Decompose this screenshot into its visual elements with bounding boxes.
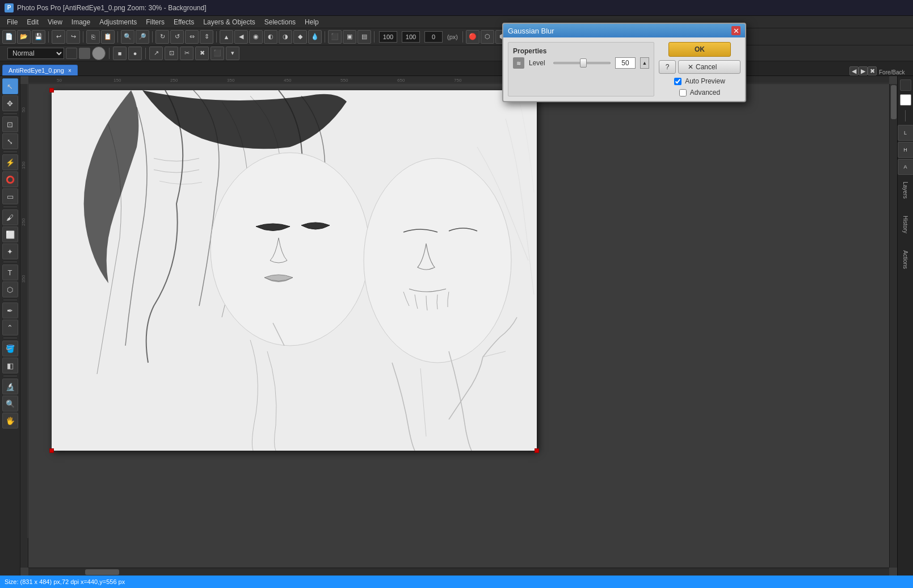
tab-nav-close[interactable]: ✖ (868, 66, 877, 75)
level-value-input[interactable] (615, 57, 636, 69)
cancel-button[interactable]: ✕ Cancel (678, 60, 741, 74)
document-tab[interactable]: AntiRedEye1_0.png × (2, 65, 78, 75)
layers-button[interactable]: L (898, 125, 914, 141)
action-btn4[interactable]: ✖ (195, 47, 209, 60)
tab-close-button[interactable]: × (68, 68, 71, 74)
filter3-button[interactable]: ◉ (249, 30, 263, 44)
redo-button[interactable]: ↪ (66, 30, 80, 44)
zoom-in-button[interactable]: 🔍 (121, 30, 134, 44)
transform-tool[interactable]: ⤡ (2, 133, 18, 149)
layers-label[interactable]: Layers (902, 182, 908, 199)
paste-button[interactable]: 📋 (101, 30, 115, 44)
export1-button[interactable]: ⬛ (328, 30, 342, 44)
rotate-cw-button[interactable]: ↻ (155, 30, 169, 44)
color-pick3[interactable] (92, 47, 106, 60)
menu-effects[interactable]: Effects (169, 17, 199, 27)
size-input[interactable] (402, 31, 420, 43)
rotate-ccw-button[interactable]: ↺ (170, 30, 184, 44)
slider-thumb[interactable] (580, 58, 587, 68)
select-tool[interactable]: ↖ (2, 78, 18, 94)
flip-v-button[interactable]: ⇕ (200, 30, 213, 44)
filter4-button[interactable]: ◐ (264, 30, 277, 44)
foreground-color-swatch[interactable] (900, 79, 911, 91)
dialog-actions-area: OK ? ✕ Cancel Auto Preview Advanced (659, 42, 741, 96)
sep7 (374, 31, 375, 43)
menu-selections[interactable]: Selections (260, 17, 300, 27)
magic-wand-tool[interactable]: ⚡ (2, 154, 18, 170)
new-button[interactable]: 📄 (2, 30, 16, 44)
slider-container[interactable] (553, 58, 611, 68)
ok-button[interactable]: OK (668, 42, 731, 57)
filter5-button[interactable]: ◑ (279, 30, 292, 44)
eraser-tool[interactable]: ⬜ (2, 226, 18, 242)
history-button[interactable]: H (898, 142, 914, 158)
hand-tool[interactable]: 🖐 (2, 413, 18, 429)
menu-file[interactable]: File (2, 17, 22, 27)
open-button[interactable]: 📂 (17, 30, 31, 44)
dialog-close-button[interactable]: ✕ (731, 26, 741, 35)
v-scrollbar[interactable] (889, 84, 897, 568)
help-button[interactable]: ? (659, 60, 676, 74)
menu-filters[interactable]: Filters (141, 17, 169, 27)
dialog-properties-area: Properties ≋ Level ▲ (508, 42, 654, 96)
export2-button[interactable]: ▣ (343, 30, 356, 44)
advanced-label: Advanced (690, 89, 720, 96)
lasso-tool[interactable]: ⭕ (2, 171, 18, 187)
level-arrow-up[interactable]: ▲ (640, 57, 649, 69)
menu-image[interactable]: Image (67, 17, 95, 27)
action-btn2[interactable]: ⊡ (165, 47, 178, 60)
brush-type-square[interactable]: ■ (113, 47, 127, 60)
export3-button[interactable]: ▤ (357, 30, 371, 44)
undo-button[interactable]: ↩ (52, 30, 65, 44)
auto-preview-checkbox[interactable] (674, 78, 681, 85)
zoom-tool[interactable]: 🔍 (2, 396, 18, 411)
save-button[interactable]: 💾 (32, 30, 45, 44)
misc1-button[interactable]: 🔴 (466, 30, 479, 44)
color-pick1[interactable] (66, 48, 77, 59)
shape-tool[interactable]: ⬡ (2, 282, 18, 297)
filter1-button[interactable]: ▲ (220, 30, 233, 44)
brush-type-circle[interactable]: ● (128, 47, 142, 60)
actions-label[interactable]: Actions (902, 250, 908, 269)
gradient-tool[interactable]: ◧ (2, 358, 18, 373)
action-btn5[interactable]: ⬛ (211, 47, 224, 60)
action-btn6[interactable]: ▾ (226, 47, 239, 60)
advanced-checkbox[interactable] (679, 89, 687, 96)
v-scroll-thumb[interactable] (891, 85, 897, 119)
eyedropper-tool[interactable]: 🔬 (2, 379, 18, 394)
clone-tool[interactable]: ✦ (2, 243, 18, 259)
path-tool[interactable]: ⌃ (2, 320, 18, 335)
rectangle-select-tool[interactable]: ▭ (2, 188, 18, 204)
flip-h-button[interactable]: ⇔ (185, 30, 199, 44)
copy-button[interactable]: ⎘ (86, 30, 100, 44)
filter2-button[interactable]: ◀ (234, 30, 248, 44)
brush-tool[interactable]: 🖌 (2, 209, 18, 225)
filter6-button[interactable]: ◆ (293, 30, 307, 44)
color-pick2[interactable] (79, 48, 90, 59)
history-label[interactable]: History (902, 216, 908, 233)
menu-layers[interactable]: Layers & Objects (199, 17, 259, 27)
tab-nav-right[interactable]: ▶ (859, 66, 868, 75)
text-tool[interactable]: T (2, 264, 18, 280)
pen-tool[interactable]: ✒ (2, 303, 18, 318)
h-scroll-thumb[interactable] (85, 569, 119, 575)
zoom-input[interactable] (379, 31, 397, 43)
menu-adjustments[interactable]: Adjustments (95, 17, 141, 27)
tab-nav-left[interactable]: ◀ (849, 66, 859, 75)
h-scrollbar[interactable] (28, 568, 889, 576)
action-btn3[interactable]: ✂ (180, 47, 193, 60)
menu-edit[interactable]: Edit (22, 17, 43, 27)
filter7-button[interactable]: 💧 (308, 30, 322, 44)
blend-mode-select[interactable]: Normal Multiply Screen Overlay (7, 48, 64, 59)
misc2-button[interactable]: ⬡ (481, 30, 494, 44)
extra-input[interactable] (424, 31, 443, 43)
move-tool[interactable]: ✥ (2, 95, 18, 111)
actions-button[interactable]: A (898, 159, 914, 175)
crop-tool[interactable]: ⊡ (2, 116, 18, 132)
paint-bucket-tool[interactable]: 🪣 (2, 341, 18, 356)
menu-view[interactable]: View (43, 17, 67, 27)
action-btn1[interactable]: ↗ (149, 47, 163, 60)
menu-help[interactable]: Help (300, 17, 323, 27)
zoom-out-button[interactable]: 🔎 (136, 30, 149, 44)
background-color-swatch[interactable] (900, 94, 911, 106)
